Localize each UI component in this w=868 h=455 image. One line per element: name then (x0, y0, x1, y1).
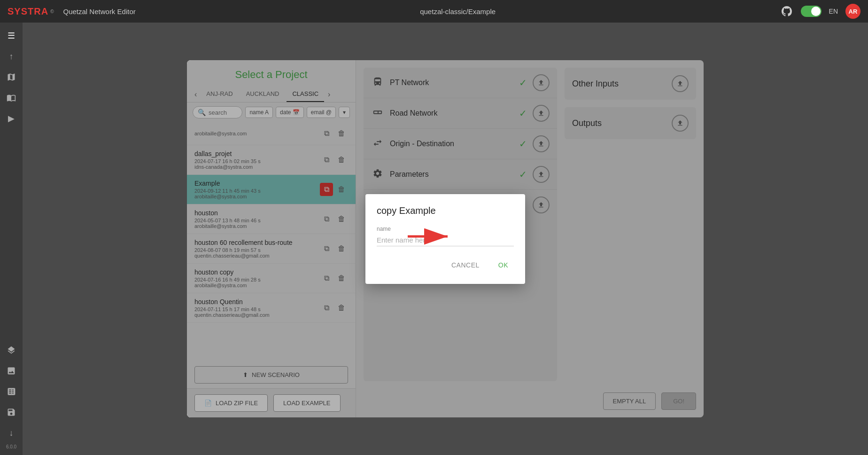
dialog-name-input[interactable] (377, 234, 514, 246)
sidebar-item-menu[interactable]: ☰ (2, 26, 21, 45)
sidebar-item-image[interactable] (2, 361, 21, 380)
sidebar-item-map[interactable] (2, 68, 21, 86)
sidebar-item-upload[interactable]: ↑ (2, 47, 21, 66)
sidebar-item-book[interactable] (2, 88, 21, 107)
dialog-actions: CANCEL OK (377, 258, 514, 273)
app-title: Quetzal Network Editor (63, 8, 136, 16)
dialog-cancel-button[interactable]: CANCEL (446, 258, 485, 273)
main-layout: ☰ ↑ ▶ ↓ 6.0.0 Select a Pro (0, 23, 868, 455)
logo: SYSTRA © (8, 6, 54, 17)
dialog-title: copy Example (377, 205, 514, 216)
main-panel: Select a Project ‹ ANJ-RAD AUCKLAND CLAS… (187, 60, 704, 417)
content-area: Select a Project ‹ ANJ-RAD AUCKLAND CLAS… (23, 23, 868, 455)
logo-dot: © (50, 9, 54, 14)
dialog-overlay: copy Example name CANCEL OK (187, 60, 704, 417)
sidebar: ☰ ↑ ▶ ↓ 6.0.0 (0, 23, 23, 455)
dialog-ok-button[interactable]: OK (493, 258, 514, 273)
sidebar-item-download[interactable]: ↓ (2, 424, 21, 442)
settings-toggle[interactable] (801, 6, 822, 17)
sidebar-item-save[interactable] (2, 403, 21, 422)
copy-dialog: copy Example name CANCEL OK (365, 194, 525, 284)
topbar: SYSTRA © Quetzal Network Editor quetzal-… (0, 0, 868, 23)
github-icon[interactable] (780, 5, 793, 18)
logo-text: SYSTRA (8, 6, 48, 17)
breadcrumb: quetzal-classic/Example (141, 8, 775, 16)
sidebar-item-layers[interactable] (2, 341, 21, 360)
topbar-right: EN AR (780, 4, 860, 19)
version-label: 6.0.0 (6, 444, 16, 451)
dialog-field-label: name (377, 226, 514, 232)
user-avatar[interactable]: AR (845, 4, 860, 19)
language-selector[interactable]: EN (829, 8, 838, 15)
sidebar-item-play[interactable]: ▶ (2, 109, 21, 128)
sidebar-item-table[interactable] (2, 382, 21, 401)
